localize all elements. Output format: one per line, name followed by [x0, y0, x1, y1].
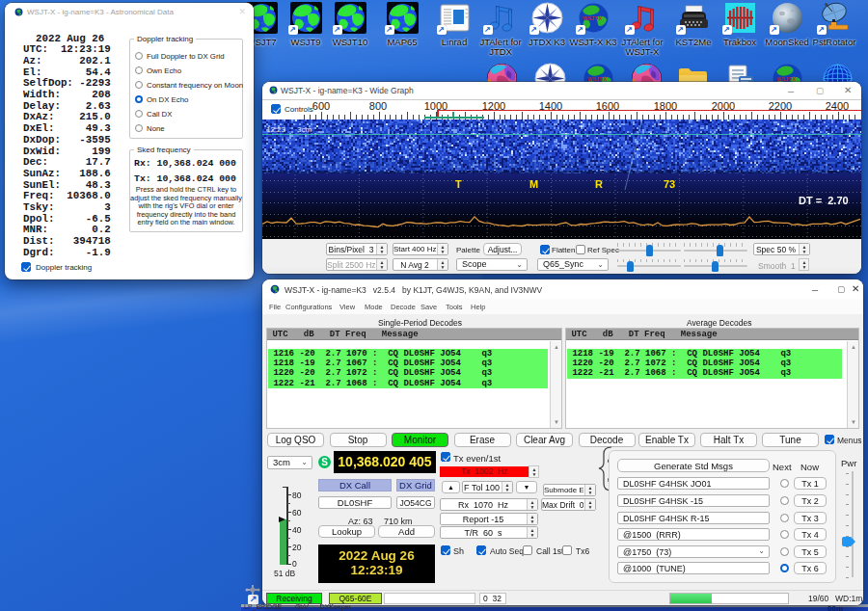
- svg-text:R: R: [595, 178, 603, 190]
- svg-text:WSJT-X: WSJT-X: [583, 15, 603, 21]
- svg-text:3cm: 3cm: [297, 125, 312, 134]
- svg-text:M: M: [529, 178, 538, 190]
- svg-text:T: T: [455, 178, 462, 190]
- svg-text:12:23: 12:23: [266, 125, 286, 134]
- svg-text:DT = 2.70: DT = 2.70: [799, 195, 849, 206]
- svg-text:73: 73: [664, 178, 675, 190]
